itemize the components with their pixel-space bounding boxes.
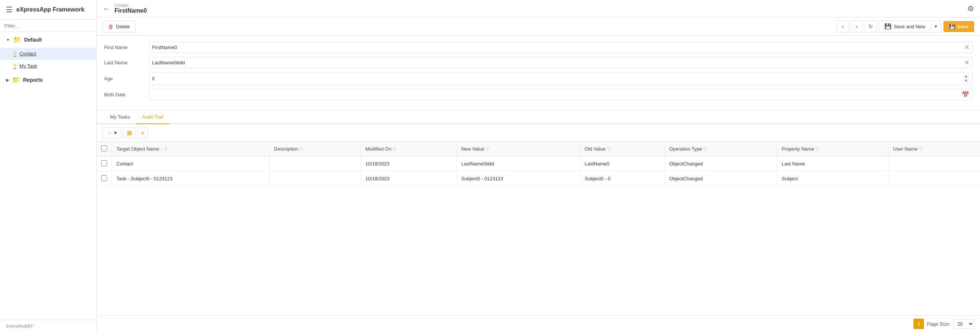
sidebar-footer: ExtendAuditEF [0,320,96,332]
main-content: ← Contact FirstName0 ⚙ 🗑 Delete ‹ › ↻ 💾 … [97,0,980,332]
toolbar-right: ‹ › ↻ 💾 Save and New ▼ 💾 Save [837,21,974,32]
lastname-label: Last Name [104,60,149,65]
th-description-label: Description [274,146,298,152]
page-size-select[interactable]: 10 20 50 100 [953,319,974,329]
audit-table: Target Object Name ↑ ▽ Description ▽ [97,141,980,186]
save-button[interactable]: 💾 Save [943,21,974,32]
nav-group-reports: ▶ 📁 Reports [0,72,96,88]
lastname-field: ✕ [149,57,972,68]
save-new-icon: 💾 [885,23,891,30]
row1-checkbox-cell [97,157,112,172]
sidebar-item-mytask[interactable]: ? My Task [0,60,96,72]
nav-group-reports-header[interactable]: ▶ 📁 Reports [0,72,96,88]
topbar-title-area: Contact FirstName0 [115,3,963,14]
search-input[interactable] [5,23,92,29]
row1-user-name [889,157,980,172]
table-body: Contact 10/18/2023 LastName0ddd LastName… [97,157,980,186]
nav-group-reports-label: Reports [23,77,43,83]
firstname-input[interactable] [152,44,961,50]
nav-next-button[interactable]: › [851,21,862,32]
menu-icon[interactable]: ☰ [6,5,13,14]
contact-icon: ? [13,51,16,57]
tab-mytasks[interactable]: My Tasks [104,110,136,124]
row2-description [269,172,361,186]
birthdate-input[interactable] [152,92,959,97]
table-header-row: Target Object Name ↑ ▽ Description ▽ [97,141,980,157]
filter-icon-description[interactable]: ▽ [300,146,302,151]
reports-folder-icon: 📁 [12,76,20,84]
lastname-clear-icon[interactable]: ✕ [964,59,969,66]
sidebar: ☰ eXpressApp Framework ▼ 📁 Default ? Con… [0,0,97,332]
row2-target-object: Task - Subject0 - 0123123 [112,172,269,186]
birthdate-field: 📅 [149,89,972,100]
lastname-input[interactable] [152,60,961,65]
sidebar-item-contact[interactable]: ? Contact [0,48,96,60]
back-button[interactable]: ← [103,5,110,13]
filter-icon-new[interactable]: ▽ [486,146,489,151]
page-size-label: Page Size: [927,321,950,327]
folder-icon: 📁 [13,36,21,44]
row1-old-value: LastName0 [580,157,664,172]
save-and-new-label: Save and New [894,24,925,29]
th-old-value-label: Old Value [585,146,606,152]
refresh-button[interactable]: ↻ [865,21,877,32]
age-input[interactable] [152,76,960,81]
sidebar-footer-text: ExtendAuditEF [6,324,33,328]
filter-icon-prop[interactable]: ▽ [816,146,819,151]
th-target-object-name: Target Object Name ↑ ▽ [112,141,269,157]
age-spin-up[interactable]: ▲ [963,75,969,78]
audit-export-button[interactable]: → ▼ [103,127,121,138]
th-old-value: Old Value ▽ [580,141,664,157]
save-and-new-dropdown[interactable]: ▼ [931,22,941,31]
export-icon: → [106,130,111,136]
filter-icon-op[interactable]: ▽ [703,146,706,151]
th-new-value-label: New Value [461,146,484,152]
select-all-checkbox[interactable] [101,145,107,151]
row1-checkbox[interactable] [101,160,107,166]
save-and-new-button[interactable]: 💾 Save and New [879,21,931,32]
filter-icon-modified[interactable]: ▽ [393,146,396,151]
pagination: 1 Page Size: 10 20 50 100 [97,315,980,332]
form-area: First Name ✕ Last Name ✕ Age ▲ ▼ [97,36,980,110]
age-spin-down[interactable]: ▼ [963,79,969,83]
form-row-lastname: Last Name ✕ [104,57,972,68]
th-modified-on-label: Modified On [366,146,391,152]
th-property-name-label: Property Name [781,146,814,152]
sidebar-item-contact-label: Contact [19,51,36,57]
filter-icon-target[interactable]: ▽ [164,146,167,151]
table-row: Task - Subject0 - 0123123 10/18/2023 Sub… [97,172,980,186]
row2-modified-on: 10/18/2023 [361,172,457,186]
gear-icon[interactable]: ⚙ [967,4,974,13]
row1-target-object: Contact [112,157,269,172]
th-operation-type: Operation Type ▽ [664,141,777,157]
audit-toolbar: → ▼ ▦ ≡ [97,124,980,141]
row1-modified-on: 10/18/2023 [361,157,457,172]
calendar-icon[interactable]: 📅 [962,91,969,98]
delete-button[interactable]: 🗑 Delete [103,21,136,32]
tab-audittrail[interactable]: Audit Trail [136,110,170,124]
filter-icon-old[interactable]: ▽ [607,146,610,151]
firstname-clear-icon[interactable]: ✕ [964,44,969,51]
audit-columns-button[interactable]: ▦ [123,127,135,138]
page-1-button[interactable]: 1 [913,319,924,329]
sidebar-search-area [0,20,96,32]
row2-property-name: Subject [777,172,889,186]
chevron-right-icon: ▶ [6,78,9,83]
row1-property-name: Last Name [777,157,889,172]
nav-group-default-header[interactable]: ▼ 📁 Default [0,32,96,48]
audit-filter-button[interactable]: ≡ [138,127,148,138]
page-title: FirstName0 [115,8,963,14]
th-user-name: User Name ▽ [889,141,980,157]
sort-icon[interactable]: ↑ [161,147,163,151]
th-description: Description ▽ [269,141,361,157]
mytask-icon: ? [13,63,16,69]
age-spinner: ▲ ▼ [963,75,969,83]
row2-operation-type: ObjectChanged [664,172,777,186]
row1-new-value: LastName0ddd [457,157,580,172]
save-and-new-group: 💾 Save and New ▼ [879,21,941,32]
filter-icon-user[interactable]: ▽ [919,146,922,151]
nav-prev-button[interactable]: ‹ [837,21,848,32]
tabs-bar: My Tasks Audit Trail [97,110,980,124]
row2-checkbox[interactable] [101,175,107,181]
save-label: Save [957,24,969,29]
